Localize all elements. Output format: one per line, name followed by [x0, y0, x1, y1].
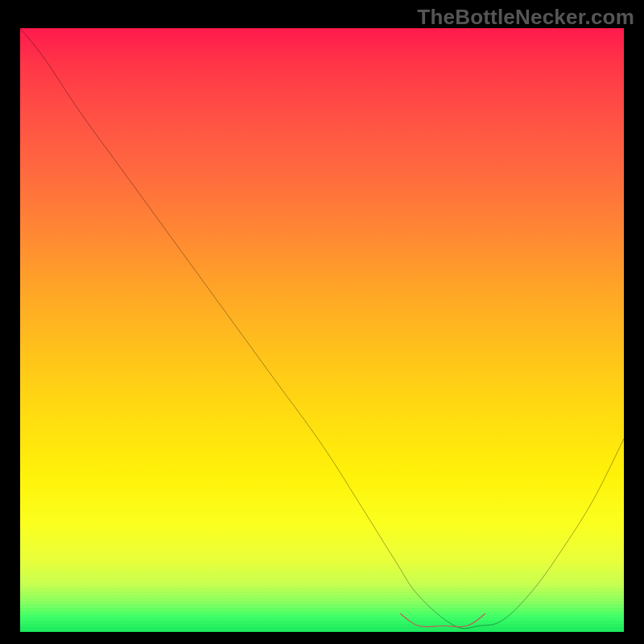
- chart-container: TheBottleNecker.com: [0, 0, 644, 644]
- watermark-text: TheBottleNecker.com: [417, 5, 634, 30]
- optimal-segment-path: [401, 614, 485, 627]
- plot-area: [20, 28, 624, 632]
- bottleneck-curve-path: [20, 28, 624, 629]
- chart-svg: [20, 28, 624, 632]
